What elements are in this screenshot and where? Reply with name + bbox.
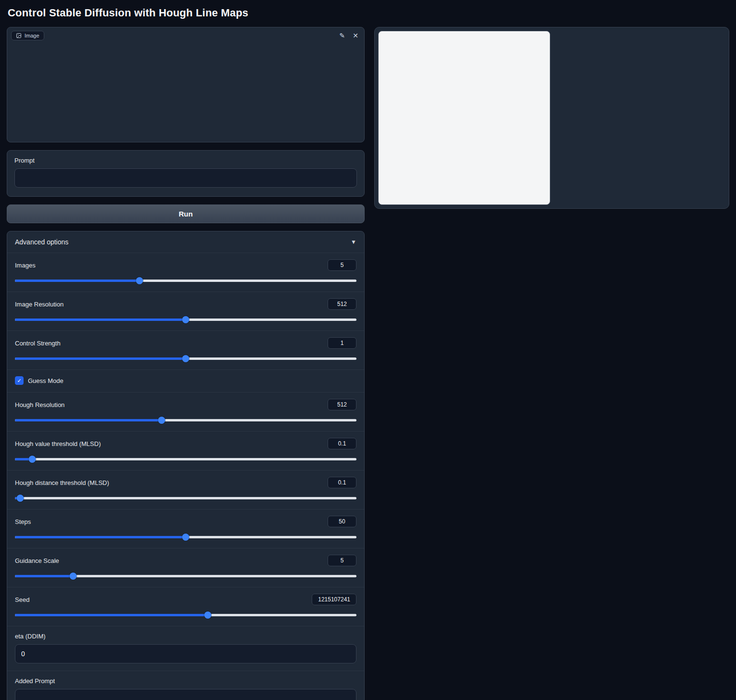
advanced-options-body: Images5Image Resolution512Control Streng… <box>7 253 364 700</box>
slider-track[interactable] <box>15 534 356 541</box>
slider-track[interactable] <box>15 316 356 323</box>
field-label: Added Prompt <box>15 677 356 685</box>
slider-track[interactable] <box>15 417 356 424</box>
slider-row-hough-value-threshold-mlsd: Hough value threshold (MLSD)0.1 <box>7 431 364 470</box>
chevron-down-icon: ▼ <box>351 239 356 245</box>
result-gallery <box>374 27 729 209</box>
image-panel-actions: ✎ ✕ <box>339 31 359 40</box>
text-field-added-prompt: Added Prompt <box>7 671 364 700</box>
checkbox-guess-mode[interactable]: ✓Guess Mode <box>7 369 364 392</box>
slider-label: Image Resolution <box>15 301 63 308</box>
input-image[interactable] <box>150 30 222 139</box>
slider-value-box[interactable]: 512 <box>328 399 356 410</box>
prompt-label: Prompt <box>14 157 357 164</box>
slider-track[interactable] <box>15 573 356 580</box>
slider-row-guidance-scale: Guidance Scale5 <box>7 548 364 587</box>
slider-handle[interactable] <box>204 611 212 619</box>
slider-handle[interactable] <box>16 495 24 502</box>
slider-handle[interactable] <box>69 573 76 580</box>
slider-row-hough-resolution: Hough Resolution512 <box>7 392 364 431</box>
slider-track[interactable] <box>15 277 356 284</box>
image-upload-panel[interactable]: Image ✎ ✕ <box>7 27 365 142</box>
gallery-image <box>409 35 519 202</box>
slider-label: Images <box>15 262 36 269</box>
slider-label: Steps <box>15 518 31 525</box>
slider-handle[interactable] <box>182 534 190 541</box>
image-label: Image <box>25 33 39 38</box>
slider-label: Control Strength <box>15 340 61 347</box>
advanced-options-header[interactable]: Advanced options ▼ <box>7 231 364 253</box>
controls-column: Image ✎ ✕ Prompt Run Advanced options ▼ … <box>7 27 365 700</box>
slider-row-seed: Seed1215107241 <box>7 587 364 626</box>
slider-value-box[interactable]: 5 <box>328 259 356 271</box>
clear-image-button[interactable]: ✕ <box>352 31 359 40</box>
slider-label: Hough value threshold (MLSD) <box>15 440 101 447</box>
slider-row-control-strength: Control Strength1 <box>7 331 364 369</box>
slider-row-image-resolution: Image Resolution512 <box>7 292 364 331</box>
eta-ddim-input[interactable] <box>15 644 356 663</box>
slider-handle[interactable] <box>182 316 190 323</box>
slider-track[interactable] <box>15 355 356 362</box>
slider-value-box[interactable]: 1 <box>328 337 356 349</box>
slider-value-box[interactable]: 0.1 <box>328 477 356 488</box>
slider-label: Seed <box>15 596 29 603</box>
slider-row-steps: Steps50 <box>7 509 364 548</box>
slider-value-box[interactable]: 512 <box>328 298 356 310</box>
slider-value-box[interactable]: 50 <box>328 516 356 527</box>
advanced-options-panel: Advanced options ▼ Images5Image Resoluti… <box>7 231 365 700</box>
checkbox-label: Guess Mode <box>28 377 63 384</box>
number-field-eta-ddim: eta (DDIM) <box>7 626 364 671</box>
slider-track[interactable] <box>15 611 356 619</box>
slider-label: Hough Resolution <box>15 401 64 408</box>
main-layout: Image ✎ ✕ Prompt Run Advanced options ▼ … <box>0 27 736 700</box>
slider-handle[interactable] <box>158 417 165 424</box>
field-label: eta (DDIM) <box>15 633 356 640</box>
slider-handle[interactable] <box>182 355 190 362</box>
prompt-input[interactable] <box>14 168 357 188</box>
checkbox-icon: ✓ <box>15 376 24 385</box>
page-title: Control Stable Diffusion with Hough Line… <box>0 0 736 27</box>
added-prompt-input[interactable] <box>15 689 356 700</box>
image-label-badge: Image <box>11 31 44 40</box>
slider-value-box[interactable]: 5 <box>328 555 356 566</box>
slider-row-images: Images5 <box>7 253 364 292</box>
slider-track[interactable] <box>15 495 356 502</box>
slider-value-box[interactable]: 0.1 <box>328 438 356 449</box>
slider-handle[interactable] <box>136 277 143 284</box>
edit-image-button[interactable]: ✎ <box>339 31 346 40</box>
results-column <box>374 27 729 209</box>
image-icon <box>16 33 22 38</box>
prompt-panel: Prompt <box>7 150 365 197</box>
slider-label: Guidance Scale <box>15 557 59 564</box>
slider-track[interactable] <box>15 456 356 463</box>
slider-label: Hough distance threshold (MLSD) <box>15 479 109 486</box>
gallery-item-hough-line-map[interactable] <box>378 31 550 205</box>
slider-handle[interactable] <box>28 456 36 463</box>
advanced-options-label: Advanced options <box>15 238 68 246</box>
slider-value-box[interactable]: 1215107241 <box>312 594 356 605</box>
run-button[interactable]: Run <box>7 204 365 223</box>
slider-row-hough-distance-threshold-mlsd: Hough distance threshold (MLSD)0.1 <box>7 470 364 509</box>
